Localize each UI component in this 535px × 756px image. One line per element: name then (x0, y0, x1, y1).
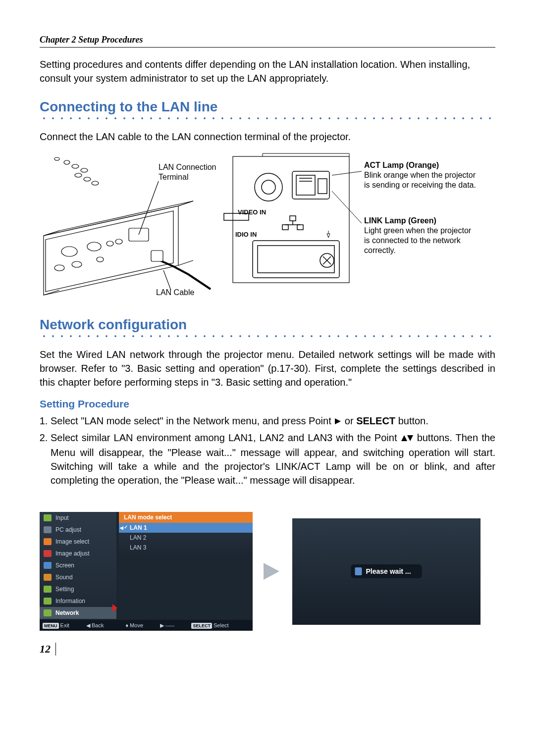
audio-in-label: IDIO IN (235, 231, 257, 239)
menu-item-pc-adjust[interactable]: PC adjust (40, 524, 116, 536)
menu-item-information[interactable]: Information (40, 595, 116, 607)
menu-item-setting[interactable]: Setting (40, 583, 116, 595)
menu-item-label: Screen (55, 562, 74, 569)
menu-item-sound[interactable]: Sound (40, 571, 116, 583)
svg-rect-32 (253, 241, 339, 278)
menu-key-badge: MENU (43, 623, 59, 629)
svg-point-11 (97, 257, 104, 262)
svg-rect-18 (233, 156, 349, 283)
section-divider-dots (40, 334, 495, 339)
screen-icon (44, 562, 52, 569)
svg-point-0 (54, 157, 59, 160)
video-in-label: VIDEO IN (238, 208, 266, 216)
sound-icon (44, 574, 52, 581)
menu-item-screen[interactable]: Screen (40, 559, 116, 571)
svg-point-19 (255, 173, 282, 201)
select-word: SELECT (356, 415, 395, 426)
procedure-list: Select "LAN mode select" in the Network … (40, 414, 495, 487)
svg-point-1 (64, 160, 70, 164)
svg-point-5 (84, 177, 91, 181)
section1-body: Connect the LAN cable to the LAN connect… (40, 130, 495, 144)
input-icon (44, 514, 52, 521)
page-number: 12 (40, 643, 56, 655)
svg-line-35 (332, 171, 362, 175)
svg-point-10 (115, 239, 122, 244)
projector-menu-screenshot: InputPC adjustImage selectImage adjustSc… (40, 512, 253, 631)
procedure-step-2: Select similar LAN environment among LAN… (51, 431, 495, 487)
footer-exit-label: Exit (60, 622, 69, 628)
svg-rect-33 (258, 246, 334, 273)
svg-point-3 (81, 168, 88, 172)
svg-point-7 (61, 247, 77, 256)
image-select-icon (44, 538, 52, 545)
svg-point-4 (75, 173, 82, 177)
link-lamp-desc: Light green when the projector is connec… (364, 226, 478, 255)
svg-point-2 (72, 164, 79, 168)
act-lamp-desc: Blink orange when the projector is sendi… (364, 170, 478, 190)
chapter-header: Chapter 2 Setup Procedures (40, 35, 495, 48)
svg-line-16 (139, 181, 159, 235)
footer-select-label: Select (214, 622, 229, 628)
menu-item-label: Network (55, 609, 79, 616)
svg-rect-30 (282, 225, 288, 230)
menu-item-image-select[interactable]: Image select (40, 536, 116, 548)
menu-item-label: Image adjust (55, 550, 90, 557)
menu-item-image-adjust[interactable]: Image adjust (40, 548, 116, 559)
svg-point-9 (107, 241, 113, 246)
menu-item-label: Information (55, 598, 85, 605)
svg-line-36 (332, 191, 362, 223)
footer-move: ♦ Move (125, 622, 143, 628)
lan-mode-select-header: LAN mode select (119, 512, 253, 523)
menu-footer-bar: MENU Exit ◀ Back ♦ Move ▶ ----- SELECT S… (40, 620, 253, 631)
menu-item-label: Input (55, 514, 69, 521)
pc-adjust-icon (44, 526, 52, 533)
menu-item-label: Image select (55, 538, 89, 545)
lan-option-2[interactable]: LAN 2 (119, 533, 253, 543)
lan-connection-terminal-label: LAN Connection Terminal (159, 162, 233, 182)
svg-point-8 (87, 242, 101, 251)
lan-option-3[interactable]: LAN 3 (119, 543, 253, 553)
menu-right-pane: LAN mode select LAN 1LAN 2LAN 3 (119, 512, 253, 620)
menu-item-input[interactable]: Input (40, 512, 116, 524)
step1-text-a: Select "LAN mode select" in the Network … (51, 415, 334, 426)
please-wait-text: Please wait ... (366, 567, 411, 575)
footer-dashes: ▶ ----- (160, 622, 174, 629)
menu-item-label: Sound (55, 574, 73, 581)
svg-point-13 (54, 265, 64, 271)
svg-rect-25 (318, 179, 327, 194)
step1-text-c: button. (398, 415, 428, 426)
section-title-network-config: Network configuration (40, 317, 495, 333)
intro-paragraph: Setting procedures and contents differ d… (40, 57, 495, 85)
section-divider-dots (40, 116, 495, 121)
menu-sidebar: InputPC adjustImage selectImage adjustSc… (40, 512, 116, 631)
link-lamp-title: LINK Lamp (Green) (364, 216, 478, 226)
svg-rect-27 (290, 216, 296, 221)
image-adjust-icon (44, 550, 52, 557)
menu-item-label: Setting (55, 586, 74, 593)
step2-text-a: Select similar LAN environment among LAN… (51, 432, 401, 443)
point-right-icon (334, 415, 342, 429)
menu-item-label: PC adjust (55, 526, 81, 533)
footer-back: ◀ Back (86, 622, 104, 629)
menu-item-network[interactable]: Network (40, 607, 116, 619)
select-key-badge: SELECT (191, 623, 212, 629)
lan-option-1[interactable]: LAN 1 (119, 523, 253, 533)
svg-point-6 (92, 181, 99, 185)
setting-icon (44, 586, 52, 593)
point-up-down-icon (401, 432, 414, 446)
svg-line-17 (163, 270, 171, 290)
please-wait-badge: Please wait ... (351, 564, 422, 578)
lan-cable-label: LAN Cable (156, 288, 194, 298)
screenshots-row: InputPC adjustImage selectImage adjustSc… (40, 512, 495, 631)
act-lamp-title: ACT Lamp (Orange) (364, 160, 478, 170)
step1-text-b: or (345, 415, 356, 426)
svg-point-14 (72, 261, 82, 267)
lan-connection-diagram: LAN Connection Terminal LAN Cable VIDEO … (40, 151, 495, 305)
section2-body: Set the Wired LAN network through the pr… (40, 348, 495, 389)
svg-rect-31 (297, 225, 303, 230)
arrow-right-icon (263, 559, 282, 584)
please-wait-screenshot: Please wait ... (292, 518, 481, 625)
setting-procedure-heading: Setting Procedure (40, 398, 495, 410)
svg-point-20 (262, 180, 275, 194)
network-icon (44, 609, 52, 616)
